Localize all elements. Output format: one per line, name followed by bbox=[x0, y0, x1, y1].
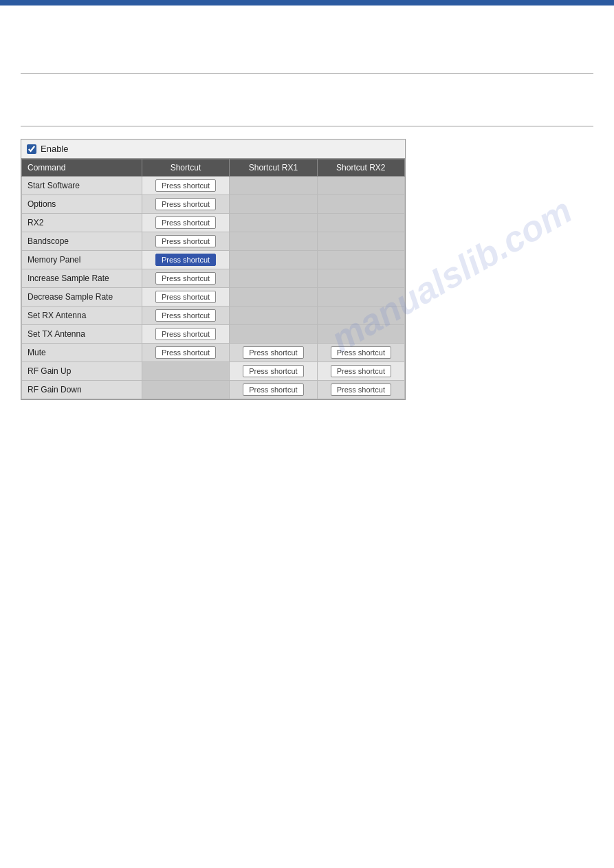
cell-shortcut: Press shortcut bbox=[142, 232, 229, 251]
cell-shortcut: Press shortcut bbox=[142, 344, 229, 362]
col-rx1: Shortcut RX1 bbox=[230, 159, 317, 177]
cell-rx2 bbox=[317, 307, 404, 325]
cell-rx1 bbox=[230, 232, 317, 251]
cell-shortcut: Press shortcut bbox=[142, 325, 229, 344]
cell-rx2 bbox=[317, 288, 404, 307]
table-row: Set RX AntennaPress shortcut bbox=[22, 307, 405, 325]
top-bar bbox=[0, 0, 614, 5]
cell-rx2: Press shortcut bbox=[317, 381, 404, 399]
cell-rx2 bbox=[317, 325, 404, 344]
shortcut-rx2-button[interactable]: Press shortcut bbox=[331, 346, 391, 359]
cell-command: Mute bbox=[22, 344, 142, 362]
table-row: Decrease Sample RatePress shortcut bbox=[22, 288, 405, 307]
shortcut-rx1-button[interactable]: Press shortcut bbox=[243, 365, 303, 377]
enable-label: Enable bbox=[41, 144, 68, 154]
cell-rx1 bbox=[230, 214, 317, 232]
table-row: RX2Press shortcut bbox=[22, 214, 405, 232]
page-content: Enable Command Shortcut Shortcut RX1 Sho… bbox=[0, 5, 614, 414]
cell-shortcut: Press shortcut bbox=[142, 269, 229, 288]
col-shortcut: Shortcut bbox=[142, 159, 229, 177]
cell-command: Set RX Antenna bbox=[22, 307, 142, 325]
col-rx2: Shortcut RX2 bbox=[317, 159, 404, 177]
cell-shortcut: Press shortcut bbox=[142, 307, 229, 325]
cell-command: RF Gain Up bbox=[22, 362, 142, 381]
cell-rx1: Press shortcut bbox=[230, 344, 317, 362]
shortcut-button[interactable]: Press shortcut bbox=[155, 328, 216, 340]
shortcut-button[interactable]: Press shortcut bbox=[155, 309, 216, 322]
cell-rx2 bbox=[317, 251, 404, 269]
cell-shortcut: Press shortcut bbox=[142, 251, 229, 269]
shortcut-rx1-button[interactable]: Press shortcut bbox=[243, 346, 303, 359]
table-row: OptionsPress shortcut bbox=[22, 195, 405, 214]
shortcut-panel: Enable Command Shortcut Shortcut RX1 Sho… bbox=[21, 139, 406, 400]
cell-rx2: Press shortcut bbox=[317, 362, 404, 381]
shortcut-button[interactable]: Press shortcut bbox=[155, 235, 216, 247]
cell-rx2 bbox=[317, 214, 404, 232]
divider-middle bbox=[21, 126, 593, 126]
shortcut-button[interactable]: Press shortcut bbox=[155, 198, 216, 210]
shortcut-button[interactable]: Press shortcut bbox=[155, 179, 216, 192]
cell-rx1 bbox=[230, 177, 317, 195]
cell-rx1 bbox=[230, 269, 317, 288]
cell-command: Bandscope bbox=[22, 232, 142, 251]
cell-rx2 bbox=[317, 195, 404, 214]
cell-rx1 bbox=[230, 195, 317, 214]
table-row: RF Gain UpPress shortcutPress shortcut bbox=[22, 362, 405, 381]
cell-shortcut bbox=[142, 381, 229, 399]
table-row: Memory PanelPress shortcut bbox=[22, 251, 405, 269]
cell-rx1 bbox=[230, 251, 317, 269]
content-block-middle bbox=[21, 86, 593, 113]
cell-command: Increase Sample Rate bbox=[22, 269, 142, 288]
shortcut-button[interactable]: Press shortcut bbox=[155, 272, 216, 285]
table-row: Start SoftwarePress shortcut bbox=[22, 177, 405, 195]
col-command: Command bbox=[22, 159, 142, 177]
table-header-row: Command Shortcut Shortcut RX1 Shortcut R… bbox=[22, 159, 405, 177]
cell-shortcut bbox=[142, 362, 229, 381]
cell-shortcut: Press shortcut bbox=[142, 214, 229, 232]
table-row: RF Gain DownPress shortcutPress shortcut bbox=[22, 381, 405, 399]
cell-command: Options bbox=[22, 195, 142, 214]
shortcut-button[interactable]: Press shortcut bbox=[155, 291, 216, 303]
enable-row: Enable bbox=[21, 140, 405, 159]
shortcut-rx1-button[interactable]: Press shortcut bbox=[243, 383, 303, 396]
cell-command: Start Software bbox=[22, 177, 142, 195]
table-row: Increase Sample RatePress shortcut bbox=[22, 269, 405, 288]
cell-rx2 bbox=[317, 177, 404, 195]
cell-rx2 bbox=[317, 232, 404, 251]
cell-command: RX2 bbox=[22, 214, 142, 232]
table-row: MutePress shortcutPress shortcutPress sh… bbox=[22, 344, 405, 362]
cell-rx2 bbox=[317, 269, 404, 288]
divider-top bbox=[21, 73, 593, 74]
cell-rx1 bbox=[230, 307, 317, 325]
shortcut-button[interactable]: Press shortcut bbox=[155, 346, 216, 359]
content-block-top bbox=[21, 19, 593, 60]
cell-shortcut: Press shortcut bbox=[142, 195, 229, 214]
shortcut-rx2-button[interactable]: Press shortcut bbox=[331, 383, 391, 396]
cell-rx1: Press shortcut bbox=[230, 362, 317, 381]
cell-shortcut: Press shortcut bbox=[142, 177, 229, 195]
cell-command: Set TX Antenna bbox=[22, 325, 142, 344]
cell-rx1 bbox=[230, 288, 317, 307]
cell-rx1 bbox=[230, 325, 317, 344]
cell-command: Decrease Sample Rate bbox=[22, 288, 142, 307]
cell-command: RF Gain Down bbox=[22, 381, 142, 399]
enable-checkbox[interactable] bbox=[27, 144, 36, 154]
shortcut-rx2-button[interactable]: Press shortcut bbox=[331, 365, 391, 377]
cell-rx1: Press shortcut bbox=[230, 381, 317, 399]
shortcut-table: Command Shortcut Shortcut RX1 Shortcut R… bbox=[21, 159, 405, 399]
cell-command: Memory Panel bbox=[22, 251, 142, 269]
cell-rx2: Press shortcut bbox=[317, 344, 404, 362]
table-row: Set TX AntennaPress shortcut bbox=[22, 325, 405, 344]
shortcut-button[interactable]: Press shortcut bbox=[155, 216, 216, 229]
table-row: BandscopePress shortcut bbox=[22, 232, 405, 251]
cell-shortcut: Press shortcut bbox=[142, 288, 229, 307]
shortcut-button[interactable]: Press shortcut bbox=[155, 254, 216, 266]
